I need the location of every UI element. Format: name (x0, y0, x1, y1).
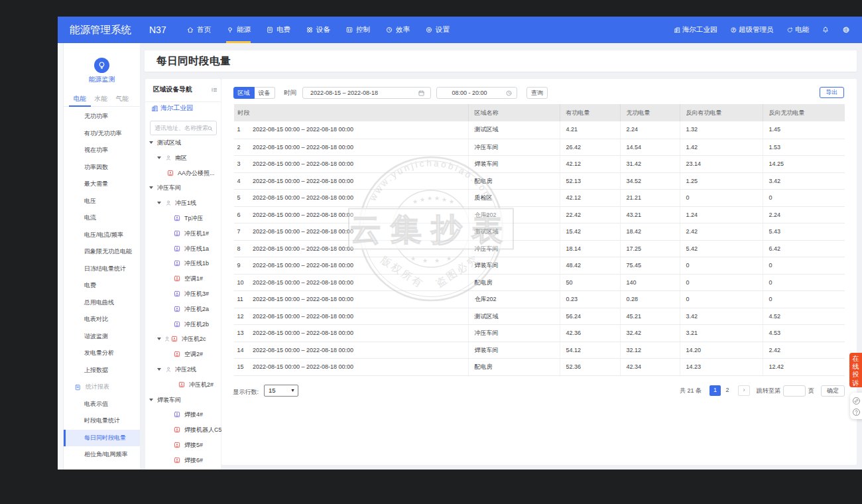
table-row[interactable]: 112022-08-15 00:00 – 2022-08-18 00:00仓库2… (234, 290, 845, 308)
next-page-button[interactable]: › (738, 385, 750, 396)
nav-item-电费[interactable]: 电费 (266, 17, 290, 43)
sidebar-item-日冻结电量统计[interactable]: 日冻结电量统计 (64, 261, 140, 278)
sidebar-item-每日同时段电量[interactable]: 每日同时段电量 (64, 430, 140, 447)
confirm-button[interactable]: 确定 (821, 385, 845, 397)
online-complaint-tab[interactable]: 在 线 投 诉 (849, 353, 862, 387)
table-row[interactable]: 132022-08-15 00:00 – 2022-08-18 00:00冲压车… (234, 324, 845, 342)
tree-collapse-icon[interactable] (211, 86, 218, 94)
table-row[interactable]: 152022-08-15 00:00 – 2022-08-18 00:00配电房… (234, 358, 845, 375)
nav-item-控制[interactable]: 控制 (345, 17, 370, 43)
sidebar-tab-电能[interactable]: 电能 (73, 94, 86, 104)
caret-down-icon[interactable] (149, 141, 153, 144)
question-icon[interactable] (852, 408, 861, 416)
tree-item-测试区域[interactable]: 测试区域 (145, 135, 221, 151)
tree-item-冲压机2#[interactable]: 冲压机2# (145, 377, 221, 392)
tree-item-冲压线1b[interactable]: 冲压线1b (145, 256, 221, 271)
tree-item-冲压车间[interactable]: 冲压车间 (145, 180, 221, 196)
tree-item-空调2#[interactable]: 空调2# (145, 347, 221, 362)
sidebar-item-谐波监测[interactable]: 谐波监测 (64, 328, 140, 346)
table-row[interactable]: 72022-08-15 00:00 – 2022-08-18 00:00测试区域… (234, 223, 845, 240)
nav-right-海尔工业园[interactable]: 海尔工业园 (674, 25, 717, 34)
sidebar-item-电压/电流/频率[interactable]: 电压/电流/频率 (64, 227, 140, 244)
tree-item-焊接6#[interactable]: 焊接6# (145, 452, 221, 468)
jump-page-input[interactable] (783, 385, 806, 397)
nav-item-能源[interactable]: 能源 (226, 17, 251, 43)
nav-item-设置[interactable]: 设置 (425, 17, 450, 43)
table-row[interactable]: 92022-08-15 00:00 – 2022-08-18 00:00焊装车间… (234, 257, 845, 274)
tree-site-root[interactable]: 海尔工业园 (151, 104, 193, 113)
rows-per-page-select[interactable]: 15 ▼ (264, 385, 298, 397)
sidebar-item-电表示值[interactable]: 电表示值 (64, 396, 140, 413)
time-range-picker[interactable]: 08:00 - 20:00 (436, 87, 517, 99)
sidebar-item-有功/无功功率[interactable]: 有功/无功功率 (64, 125, 140, 143)
page-button-2[interactable]: 2 (722, 385, 733, 396)
sidebar-item-功率因数[interactable]: 功率因数 (64, 159, 140, 176)
sidebar-item-相位角/电网频率[interactable]: 相位角/电网频率 (64, 446, 140, 464)
page-button-1[interactable]: 1 (709, 385, 721, 396)
sidebar-item-label: 最大需量 (84, 180, 108, 187)
tree-item-焊接5#[interactable]: 焊接5# (145, 438, 221, 453)
tree-item-冲压机2c[interactable]: 冲压机2c (145, 332, 221, 347)
caret-down-icon[interactable] (149, 186, 153, 189)
tree-item-焊接机器人C5[interactable]: 焊接机器人C5 (145, 422, 221, 438)
tree-item-空调1#[interactable]: 空调1# (145, 271, 221, 286)
sidebar-item-四象限无功总电能[interactable]: 四象限无功总电能 (64, 243, 140, 261)
tree-item-Tp冲压[interactable]: Tp冲压 (145, 211, 221, 226)
tree-item-冲压机1#[interactable]: 冲压机1# (145, 225, 221, 241)
cell-period: 82022-08-15 00:00 – 2022-08-18 00:00 (234, 241, 469, 257)
caret-down-icon[interactable] (157, 202, 161, 204)
tree-item-AA办公楼照...[interactable]: AA办公楼照... (145, 165, 221, 180)
tree-search-input[interactable] (154, 121, 209, 135)
sidebar-item-视在功率[interactable]: 视在功率 (64, 142, 140, 159)
date-range-picker[interactable]: 2022-08-15 – 2022-08-18 (302, 87, 431, 99)
nav-item-设备[interactable]: 设备 (306, 17, 330, 43)
nav-item-首页[interactable]: 首页 (186, 17, 211, 43)
table-row[interactable]: 102022-08-15 00:00 – 2022-08-18 00:00配电房… (234, 274, 845, 291)
cell-reverse-reactive: 5.43 (763, 223, 845, 240)
tree-item-冲压机2b[interactable]: 冲压机2b (145, 316, 221, 332)
caret-down-icon[interactable] (157, 157, 161, 159)
nav-right-电能[interactable]: 电能 (786, 25, 810, 34)
sidebar-tab-气能[interactable]: 气能 (115, 94, 129, 104)
table-row[interactable]: 12022-08-15 00:00 – 2022-08-18 00:00测试区域… (234, 121, 845, 139)
nav-right-超级管理员[interactable]: 超级管理员 (730, 25, 774, 34)
tree-item-冲压1线[interactable]: 冲压1线 (145, 196, 221, 211)
table-row[interactable]: 82022-08-15 00:00 – 2022-08-18 00:00冲压车间… (234, 240, 845, 257)
sidebar-item-电费[interactable]: 电费 (64, 277, 140, 294)
tree-item-冲压2线[interactable]: 冲压2线 (145, 362, 221, 377)
tree-item-冲压机3#[interactable]: 冲压机3# (145, 286, 221, 302)
sidebar-item-上报数据[interactable]: 上报数据 (64, 362, 140, 379)
sidebar-item-总用电曲线[interactable]: 总用电曲线 (64, 294, 140, 312)
bell-icon[interactable] (822, 26, 830, 34)
tree-item-冲压线1a[interactable]: 冲压线1a (145, 241, 221, 256)
caret-down-icon[interactable] (157, 368, 161, 371)
sidebar-item-发电量分析[interactable]: 发电量分析 (64, 345, 140, 362)
caret-down-icon[interactable] (157, 338, 161, 340)
table-row[interactable]: 32022-08-15 00:00 – 2022-08-18 00:00焊装车间… (234, 155, 845, 172)
table-row[interactable]: 22022-08-15 00:00 – 2022-08-18 00:00冲压车间… (234, 139, 845, 156)
table-row[interactable]: 62022-08-15 00:00 – 2022-08-18 00:00仓库20… (234, 206, 845, 223)
globe-icon[interactable] (842, 26, 850, 34)
sidebar-item-时段电量统计[interactable]: 时段电量统计 (64, 412, 140, 430)
link-icon[interactable] (852, 397, 861, 405)
query-button[interactable]: 查询 (526, 87, 548, 99)
table-row[interactable]: 52022-08-15 00:00 – 2022-08-18 00:00质检区4… (234, 189, 845, 206)
table-row[interactable]: 122022-08-15 00:00 – 2022-08-18 00:00测试区… (234, 308, 845, 325)
sidebar-item-电表对比[interactable]: 电表对比 (64, 311, 140, 328)
tree-item-焊装车间[interactable]: 焊装车间 (145, 392, 221, 407)
sidebar-item-电压[interactable]: 电压 (64, 193, 140, 210)
tree-item-南区[interactable]: 南区 (145, 150, 221, 165)
table-row[interactable]: 142022-08-15 00:00 – 2022-08-18 00:00焊装车… (234, 342, 845, 359)
sidebar-tab-水能[interactable]: 水能 (94, 94, 107, 104)
nav-item-效率[interactable]: 效率 (385, 17, 410, 43)
tree-item-冲压机2a[interactable]: 冲压机2a (145, 301, 221, 316)
tree-item-焊接4#[interactable]: 焊接4# (145, 407, 221, 422)
segment-设备[interactable]: 设备 (255, 87, 275, 99)
sidebar-item-电流[interactable]: 电流 (64, 210, 140, 227)
table-row[interactable]: 42022-08-15 00:00 – 2022-08-18 00:00配电房5… (234, 172, 845, 190)
export-button[interactable]: 导出 (820, 87, 844, 98)
segment-区域[interactable]: 区域 (233, 87, 255, 99)
sidebar-item-无功功率[interactable]: 无功功率 (64, 108, 140, 125)
caret-down-icon[interactable] (149, 399, 153, 401)
sidebar-item-最大需量[interactable]: 最大需量 (64, 176, 140, 193)
